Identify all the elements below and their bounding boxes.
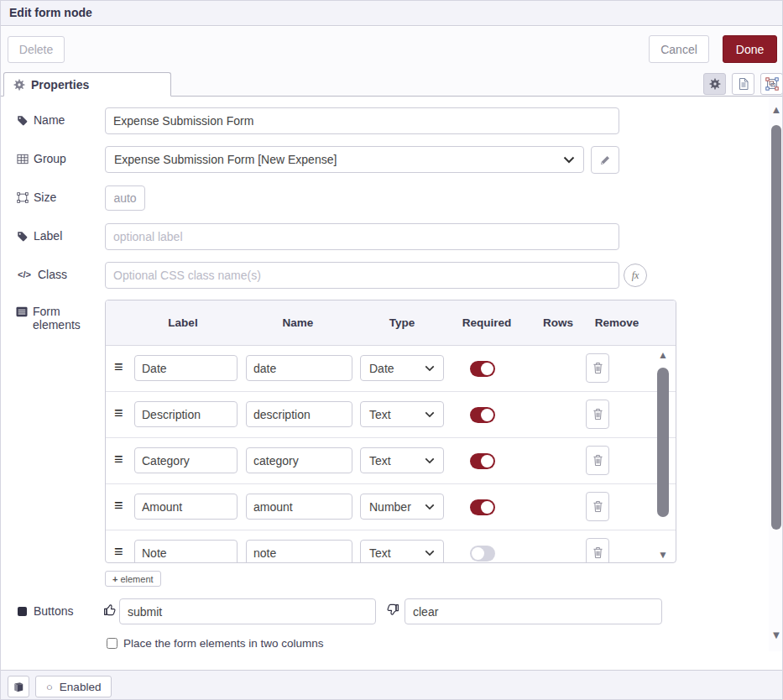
page-scrollbar[interactable]: ▲ ▼ xyxy=(769,97,783,651)
delete-element-button[interactable] xyxy=(586,353,609,383)
two-columns-option: Place the form elements in two columns xyxy=(107,637,324,650)
element-type-select[interactable]: Text xyxy=(360,401,444,427)
required-toggle[interactable] xyxy=(470,453,495,469)
element-type-select[interactable]: Date xyxy=(360,355,444,381)
chevron-down-icon xyxy=(425,457,435,464)
trash-icon xyxy=(592,454,603,467)
element-name-input[interactable] xyxy=(246,494,352,520)
element-label-input[interactable] xyxy=(134,447,238,473)
element-type-select[interactable]: Number xyxy=(360,494,444,520)
scrollbar-thumb[interactable] xyxy=(657,368,669,517)
col-header-type: Type xyxy=(389,316,415,329)
element-name-input[interactable] xyxy=(246,401,352,427)
appearance-tool-button[interactable] xyxy=(760,73,783,95)
table-row: ≡ Text xyxy=(106,438,676,484)
buttons-field-label: Buttons xyxy=(16,604,73,618)
chevron-down-icon xyxy=(425,504,435,510)
trash-icon xyxy=(592,408,603,421)
delete-element-button[interactable] xyxy=(586,446,609,475)
pencil-icon xyxy=(600,154,611,165)
size-auto-button[interactable]: auto xyxy=(105,185,145,211)
element-type-select[interactable]: Text xyxy=(360,447,444,473)
description-tool-button[interactable] xyxy=(732,73,754,95)
group-field-label: Group xyxy=(16,152,66,165)
required-toggle[interactable] xyxy=(470,546,495,562)
fx-button[interactable]: fx xyxy=(624,264,647,287)
scroll-up-icon[interactable]: ▲ xyxy=(769,103,783,116)
trash-icon xyxy=(592,362,603,374)
properties-tool-button[interactable] xyxy=(703,73,726,95)
two-columns-checkbox[interactable] xyxy=(107,638,117,649)
scrollbar-thumb[interactable] xyxy=(771,125,781,530)
chevron-down-icon xyxy=(425,365,435,372)
required-toggle[interactable] xyxy=(470,407,495,423)
add-element-button[interactable]: + element xyxy=(105,571,161,587)
document-icon xyxy=(738,77,749,91)
done-button[interactable]: Done xyxy=(723,35,777,63)
element-name-input[interactable] xyxy=(246,447,352,473)
node-enabled-button[interactable]: ○ Enabled xyxy=(35,676,112,697)
size-field-label: Size xyxy=(16,191,56,204)
delete-element-button[interactable] xyxy=(586,538,609,563)
edit-group-button[interactable] xyxy=(591,146,619,174)
name-input[interactable] xyxy=(105,107,619,134)
delete-element-button[interactable] xyxy=(586,400,609,429)
required-toggle[interactable] xyxy=(470,499,495,515)
element-label-input[interactable] xyxy=(134,540,238,563)
element-label-input[interactable] xyxy=(134,355,238,381)
list-icon xyxy=(16,306,28,317)
scroll-up-icon[interactable]: ▲ xyxy=(654,349,672,361)
chevron-down-icon xyxy=(425,411,435,418)
element-name-input[interactable] xyxy=(246,355,352,381)
col-header-name: Name xyxy=(283,316,314,329)
dialog-footer: ○ Enabled xyxy=(1,670,783,700)
element-name-input[interactable] xyxy=(246,540,352,563)
chevron-down-icon xyxy=(425,550,435,556)
tab-properties-label: Properties xyxy=(31,78,89,91)
enabled-label: Enabled xyxy=(60,681,102,693)
table-scrollbar[interactable]: ▲ ▼ xyxy=(654,349,672,561)
tag-icon xyxy=(16,231,29,242)
drag-handle-icon[interactable]: ≡ xyxy=(114,451,123,468)
name-field-label: Name xyxy=(16,113,65,127)
cancel-button[interactable]: Cancel xyxy=(649,35,709,63)
drag-handle-icon[interactable]: ≡ xyxy=(114,543,123,561)
table-icon xyxy=(16,154,29,165)
dialog-title: Edit form node xyxy=(1,1,783,26)
class-field-label: </> Class xyxy=(16,268,67,281)
edit-form-node-dialog: Edit form node Delete Cancel Done xyxy=(0,0,783,700)
label-input[interactable] xyxy=(105,223,619,250)
gear-icon xyxy=(709,78,721,90)
book-icon xyxy=(13,682,24,692)
drag-handle-icon[interactable]: ≡ xyxy=(114,497,123,515)
delete-element-button[interactable] xyxy=(586,492,609,521)
thumbs-up-icon xyxy=(103,603,118,618)
col-header-required: Required xyxy=(462,316,512,329)
drag-handle-icon[interactable]: ≡ xyxy=(114,405,123,422)
trash-icon xyxy=(592,500,603,513)
class-input[interactable] xyxy=(105,262,619,289)
tab-tools xyxy=(703,73,783,95)
clear-button-label-input[interactable] xyxy=(405,598,662,624)
fx-icon: fx xyxy=(632,269,639,282)
form-elements-label: Form elements xyxy=(16,305,97,332)
element-label-input[interactable] xyxy=(134,494,238,520)
col-header-label: Label xyxy=(168,316,197,329)
node-help-button[interactable] xyxy=(8,676,29,697)
element-label-input[interactable] xyxy=(134,401,238,427)
label-field-label: Label xyxy=(16,229,62,243)
group-select[interactable]: Expense Submission Form [New Expense] xyxy=(105,146,584,173)
delete-button[interactable]: Delete xyxy=(8,36,65,63)
thumbs-down-icon xyxy=(385,603,400,618)
required-toggle[interactable] xyxy=(470,361,495,377)
scroll-down-icon[interactable]: ▼ xyxy=(769,629,783,641)
drag-handle-icon[interactable]: ≡ xyxy=(114,358,123,376)
scroll-down-icon[interactable]: ▼ xyxy=(654,549,672,561)
tab-properties[interactable]: Properties xyxy=(3,72,171,97)
plus-icon: + xyxy=(112,574,117,584)
element-type-select[interactable]: Text xyxy=(360,540,444,563)
table-row: ≡ Text xyxy=(106,392,676,438)
table-row: ≡ Number xyxy=(106,484,676,530)
object-group-icon xyxy=(16,192,29,203)
submit-button-label-input[interactable] xyxy=(119,598,376,624)
